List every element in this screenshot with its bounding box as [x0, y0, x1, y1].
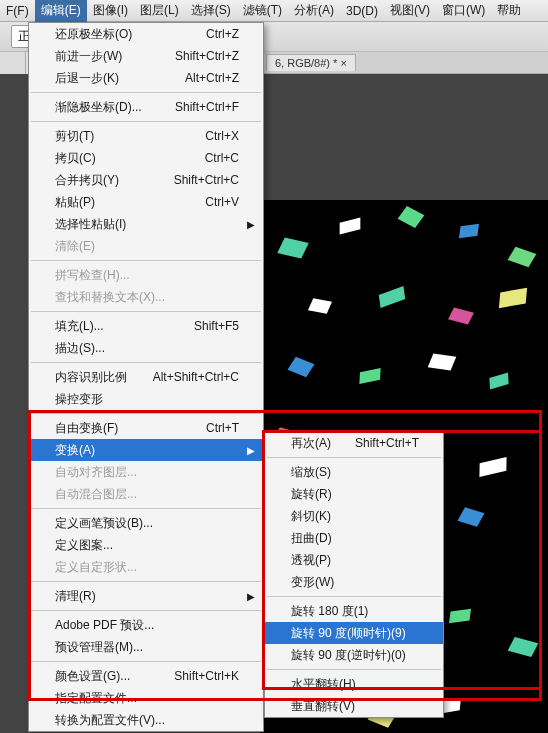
confetti-piece	[489, 373, 508, 390]
transform-item-5[interactable]: 扭曲(D)	[265, 527, 443, 549]
shortcut: Shift+Ctrl+F	[175, 100, 239, 114]
menu-9[interactable]: 窗口(W)	[436, 0, 491, 22]
shortcut: Alt+Shift+Ctrl+C	[153, 370, 239, 384]
edit-item-20[interactable]: 操控变形	[29, 388, 263, 410]
confetti-piece	[379, 286, 405, 308]
edit-item-17[interactable]: 描边(S)...	[29, 337, 263, 359]
shortcut: Shift+Ctrl+C	[174, 173, 239, 187]
shortcut: Shift+F5	[194, 319, 239, 333]
menu-7[interactable]: 3D(D)	[340, 1, 384, 21]
transform-item-11[interactable]: 旋转 90 度(逆时针)(0)	[265, 644, 443, 666]
menu-8[interactable]: 视图(V)	[384, 0, 436, 22]
transform-item-13[interactable]: 水平翻转(H)	[265, 673, 443, 695]
confetti-piece	[508, 637, 539, 657]
edit-sep-12	[31, 260, 261, 261]
edit-item-9[interactable]: 粘贴(P)Ctrl+V	[29, 191, 263, 213]
edit-item-label: Adobe PDF 预设...	[55, 617, 154, 634]
confetti-piece	[340, 218, 361, 235]
submenu-arrow-icon: ▶	[247, 219, 255, 230]
edit-item-7[interactable]: 拷贝(C)Ctrl+C	[29, 147, 263, 169]
menu-5[interactable]: 滤镜(T)	[237, 0, 288, 22]
transform-item-4[interactable]: 斜切(K)	[265, 505, 443, 527]
menubar: F(F)编辑(E)图像(I)图层(L)选择(S)滤镜(T)分析(A)3D(D)视…	[0, 0, 548, 22]
confetti-piece	[479, 457, 506, 477]
edit-item-16[interactable]: 填充(L)...Shift+F5	[29, 315, 263, 337]
edit-item-36[interactable]: 颜色设置(G)...Shift+Ctrl+K	[29, 665, 263, 687]
menu-10[interactable]: 帮助	[491, 0, 527, 22]
confetti-piece	[428, 353, 457, 370]
edit-item-0[interactable]: 还原极坐标(O)Ctrl+Z	[29, 23, 263, 45]
edit-item-label: 预设管理器(M)...	[55, 639, 143, 656]
edit-item-label: 变换(A)	[55, 442, 95, 459]
transform-sep-12	[267, 669, 441, 670]
edit-sep-3	[31, 92, 261, 93]
submenu-arrow-icon: ▶	[247, 591, 255, 602]
transform-item-10[interactable]: 旋转 90 度(顺时针)(9)	[265, 622, 443, 644]
menu-3[interactable]: 图层(L)	[134, 0, 185, 22]
confetti-piece	[398, 206, 425, 228]
menu-1[interactable]: 编辑(E)	[35, 0, 87, 22]
confetti-piece	[459, 224, 479, 238]
edit-item-14: 查找和替换文本(X)...	[29, 286, 263, 308]
edit-sep-35	[31, 661, 261, 662]
transform-item-label: 再次(A)	[291, 435, 331, 452]
transform-item-2[interactable]: 缩放(S)	[265, 461, 443, 483]
transform-sep-1	[267, 457, 441, 458]
transform-item-label: 旋转 90 度(逆时针)(0)	[291, 647, 406, 664]
edit-item-34[interactable]: 预设管理器(M)...	[29, 636, 263, 658]
edit-item-label: 清除(E)	[55, 238, 95, 255]
edit-item-label: 查找和替换文本(X)...	[55, 289, 165, 306]
edit-item-label: 填充(L)...	[55, 318, 104, 335]
edit-item-label: 清理(R)	[55, 588, 96, 605]
shortcut: Ctrl+C	[205, 151, 239, 165]
shortcut: Ctrl+X	[205, 129, 239, 143]
edit-item-22[interactable]: 自由变换(F)Ctrl+T	[29, 417, 263, 439]
edit-item-6[interactable]: 剪切(T)Ctrl+X	[29, 125, 263, 147]
confetti-piece	[288, 357, 315, 378]
transform-item-6[interactable]: 透视(P)	[265, 549, 443, 571]
confetti-piece	[458, 507, 485, 527]
edit-item-19[interactable]: 内容识别比例Alt+Shift+Ctrl+C	[29, 366, 263, 388]
edit-item-label: 定义画笔预设(B)...	[55, 515, 153, 532]
transform-item-label: 垂直翻转(V)	[291, 698, 355, 715]
shortcut: Alt+Ctrl+Z	[185, 71, 239, 85]
menu-4[interactable]: 选择(S)	[185, 0, 237, 22]
confetti-piece	[359, 368, 380, 384]
edit-item-28[interactable]: 定义图案...	[29, 534, 263, 556]
confetti-piece	[449, 609, 471, 624]
edit-item-33[interactable]: Adobe PDF 预设...	[29, 614, 263, 636]
edit-item-label: 操控变形	[55, 391, 103, 408]
edit-item-38[interactable]: 转换为配置文件(V)...	[29, 709, 263, 731]
edit-item-31[interactable]: 清理(R)▶	[29, 585, 263, 607]
transform-item-14[interactable]: 垂直翻转(V)	[265, 695, 443, 717]
edit-item-label: 描边(S)...	[55, 340, 105, 357]
edit-item-label: 拷贝(C)	[55, 150, 96, 167]
transform-item-7[interactable]: 变形(W)	[265, 571, 443, 593]
edit-item-4[interactable]: 渐隐极坐标(D)...Shift+Ctrl+F	[29, 96, 263, 118]
transform-item-label: 透视(P)	[291, 552, 331, 569]
menu-6[interactable]: 分析(A)	[288, 0, 340, 22]
transform-item-label: 扭曲(D)	[291, 530, 332, 547]
transform-item-3[interactable]: 旋转(R)	[265, 483, 443, 505]
edit-item-1[interactable]: 前进一步(W)Shift+Ctrl+Z	[29, 45, 263, 67]
edit-item-label: 自动对齐图层...	[55, 464, 137, 481]
edit-item-label: 粘贴(P)	[55, 194, 95, 211]
menu-0[interactable]: F(F)	[0, 1, 35, 21]
edit-item-2[interactable]: 后退一步(K)Alt+Ctrl+Z	[29, 67, 263, 89]
edit-item-label: 合并拷贝(Y)	[55, 172, 119, 189]
edit-item-27[interactable]: 定义画笔预设(B)...	[29, 512, 263, 534]
menu-2[interactable]: 图像(I)	[87, 0, 134, 22]
shortcut: Ctrl+V	[205, 195, 239, 209]
transform-item-0[interactable]: 再次(A)Shift+Ctrl+T	[265, 432, 443, 454]
confetti-piece	[277, 237, 309, 258]
shortcut: Shift+Ctrl+K	[174, 669, 239, 683]
transform-item-9[interactable]: 旋转 180 度(1)	[265, 600, 443, 622]
transform-item-label: 变形(W)	[291, 574, 334, 591]
document-tab[interactable]: 6, RGB/8#) * ×	[266, 54, 356, 71]
edit-sep-26	[31, 508, 261, 509]
edit-item-label: 拼写检查(H)...	[55, 267, 130, 284]
edit-item-23[interactable]: 变换(A)▶	[29, 439, 263, 461]
edit-item-10[interactable]: 选择性粘贴(I)▶	[29, 213, 263, 235]
edit-item-37[interactable]: 指定配置文件...	[29, 687, 263, 709]
edit-item-8[interactable]: 合并拷贝(Y)Shift+Ctrl+C	[29, 169, 263, 191]
